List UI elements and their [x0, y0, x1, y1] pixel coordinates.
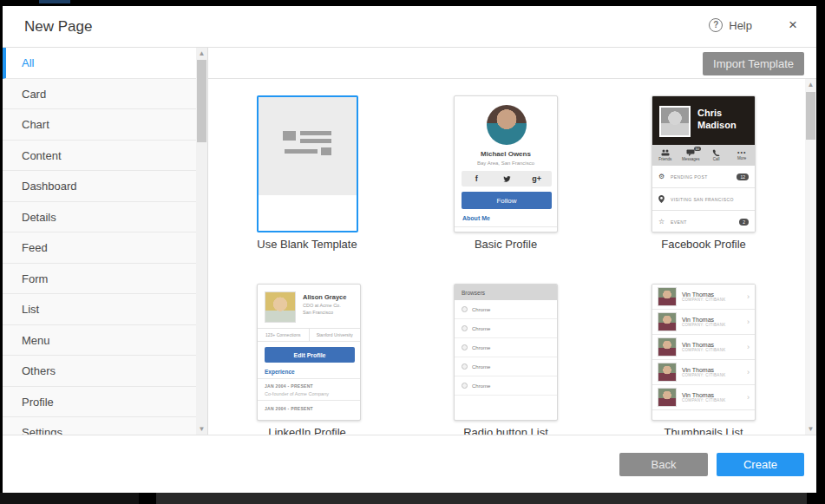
list-item: Chrome — [455, 300, 557, 319]
template-card-radio-list[interactable]: Browsers Chrome Chrome Chrome Chrome Chr… — [454, 284, 558, 421]
social-bar: f g+ — [462, 171, 552, 187]
divider — [258, 400, 360, 401]
template-card-facebook-profile[interactable]: Chris Madison Friends 10 Messages Call — [651, 95, 756, 232]
list-item: Vin ThomasCOMPANY: CITIBANK › — [652, 360, 755, 385]
scroll-down-icon[interactable]: ▼ — [805, 423, 816, 435]
more-icon: ••• — [737, 150, 746, 155]
list-item: Chrome — [455, 338, 557, 357]
messages-badge: 10 — [694, 147, 701, 151]
friends-icon — [661, 149, 670, 156]
chevron-right-icon: › — [747, 343, 750, 351]
sidebar-scrollbar[interactable]: ▲ ▼ — [196, 48, 207, 435]
messages-action: 10 Messages — [678, 145, 704, 166]
sidebar-item-profile[interactable]: Profile — [3, 387, 207, 418]
list-item: Vin ThomasCOMPANY: CITIBANK › — [652, 310, 755, 335]
avatar — [658, 388, 677, 407]
avatar — [487, 105, 527, 145]
list-item: Chrome — [455, 319, 557, 338]
content-toolbar: Import Template — [208, 48, 816, 79]
event-row: ☆ EVENT 2 — [652, 211, 755, 232]
background-app-fragment-bottom — [156, 493, 807, 504]
facebook-header: Chris Madison — [652, 96, 755, 145]
divider — [258, 378, 360, 379]
template-label-blank: Use Blank Template — [238, 238, 376, 251]
list-item: Chrome — [455, 376, 557, 396]
template-label-thumbnails-list: Thumbnails List — [634, 426, 773, 435]
new-page-dialog: New Page ? Help × All Card Chart Content… — [3, 6, 816, 493]
list-item: Chrome — [455, 357, 557, 376]
sidebar-item-list[interactable]: List — [3, 294, 207, 325]
list-item: Vin ThomasCOMPANY: CITIBANK › — [652, 285, 755, 310]
template-content-area: Import Template Use Blank Template Micha… — [208, 48, 816, 435]
experience-period: JAN 2004 - PRESENT — [265, 406, 313, 411]
list-item: Vin ThomasCOMPANY: CITIBANK › — [652, 385, 755, 410]
edit-profile-button: Edit Profile — [265, 347, 355, 363]
chevron-right-icon: › — [747, 292, 750, 301]
follow-button: Follow — [462, 192, 552, 209]
sidebar-item-settings[interactable]: Settings — [3, 417, 207, 435]
radio-icon — [462, 363, 468, 370]
person-name: Alison Grayce — [303, 293, 346, 301]
university-stat: Stanford University — [310, 329, 361, 341]
visiting-row: VISITING SAN FRANCISCO — [652, 188, 755, 211]
category-sidebar: All Card Chart Content Dashboard Details… — [3, 48, 208, 435]
sidebar-item-others[interactable]: Others — [3, 356, 207, 387]
page-title: New Page — [24, 18, 92, 36]
profile-stats: 123+ Connections Stanford University — [258, 328, 360, 342]
scroll-up-icon[interactable]: ▲ — [196, 48, 207, 59]
sidebar-item-dashboard[interactable]: Dashboard — [3, 171, 207, 202]
friends-action: Friends — [652, 145, 678, 166]
scroll-up-icon[interactable]: ▲ — [805, 79, 816, 90]
create-button[interactable]: Create — [717, 453, 804, 476]
avatar — [658, 312, 677, 331]
sidebar-item-content[interactable]: Content — [3, 141, 207, 172]
template-card-linkedin-profile[interactable]: Alison Grayce CDO at Acme Co. San Franci… — [257, 284, 361, 421]
gallery-scroll-thumb[interactable] — [806, 92, 815, 140]
google-plus-icon: g+ — [521, 171, 552, 187]
call-action: Call — [704, 145, 730, 166]
pin-icon — [658, 195, 667, 203]
help-icon: ? — [709, 18, 723, 32]
radio-icon — [462, 383, 468, 389]
help-button[interactable]: ? Help — [709, 18, 752, 32]
gear-icon: ⚙ — [658, 173, 667, 180]
event-badge: 2 — [739, 219, 749, 226]
sidebar-item-all[interactable]: All — [3, 48, 207, 79]
template-card-blank[interactable] — [257, 95, 358, 232]
person-role: CDO at Acme Co. — [303, 303, 341, 308]
back-button[interactable]: Back — [619, 453, 708, 476]
star-icon: ☆ — [658, 218, 667, 226]
help-label: Help — [729, 19, 752, 32]
scroll-down-icon[interactable]: ▼ — [196, 423, 207, 435]
text-lines-icon — [283, 129, 333, 162]
template-card-thumbnails-list[interactable]: Vin ThomasCOMPANY: CITIBANK › Vin Thomas… — [651, 284, 756, 421]
chevron-right-icon: › — [747, 393, 750, 402]
radio-icon — [462, 325, 468, 331]
call-icon — [712, 149, 721, 156]
sidebar-item-details[interactable]: Details — [3, 202, 207, 233]
sidebar-item-form[interactable]: Form — [3, 264, 207, 295]
close-icon[interactable]: × — [789, 17, 797, 33]
person-location: Bay Area, San Francisco — [455, 160, 557, 166]
dialog-header: New Page ? Help × — [3, 6, 816, 48]
pending-post-row: ⚙ PENDING POST 12 — [652, 166, 755, 188]
sidebar-item-menu[interactable]: Menu — [3, 325, 207, 357]
twitter-icon — [492, 171, 522, 187]
sidebar-item-chart[interactable]: Chart — [3, 109, 207, 141]
sidebar-item-feed[interactable]: Feed — [3, 232, 207, 264]
avatar — [658, 363, 677, 382]
more-action: ••• More — [730, 145, 756, 166]
pending-post-badge: 12 — [737, 173, 749, 180]
import-template-button[interactable]: Import Template — [703, 52, 804, 75]
gallery-scrollbar[interactable]: ▲ ▼ — [805, 79, 816, 435]
template-label-facebook-profile: Facebook Profile — [634, 238, 773, 251]
template-card-basic-profile[interactable]: Michael Owens Bay Area, San Francisco f … — [454, 95, 558, 232]
chevron-right-icon: › — [747, 368, 750, 376]
divider — [455, 226, 557, 227]
person-location: San Francisco — [303, 310, 333, 315]
sidebar-item-card[interactable]: Card — [3, 79, 207, 110]
experience-period: JAN 2004 - PRESENT — [265, 383, 313, 389]
sidebar-scroll-thumb[interactable] — [197, 60, 206, 142]
avatar — [265, 291, 296, 323]
list-item: Vin ThomasCOMPANY: CITIBANK › — [652, 335, 755, 360]
